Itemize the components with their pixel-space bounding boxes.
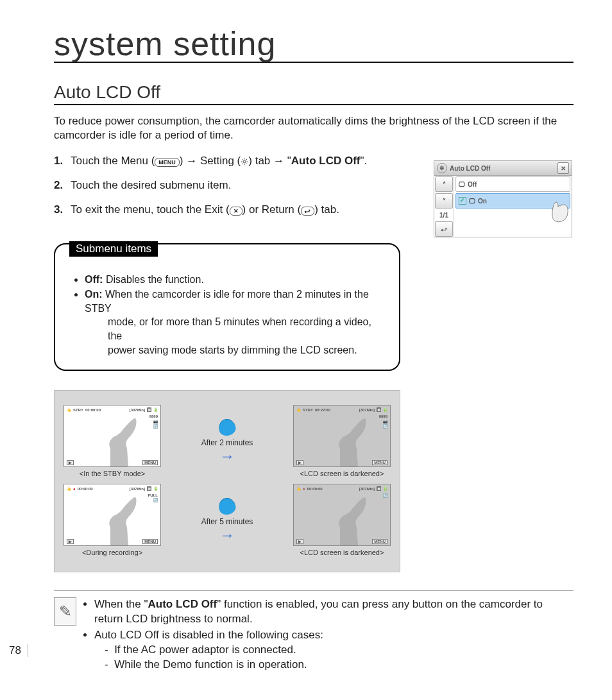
transition-icon <box>217 496 237 516</box>
page-number: 78 <box>9 644 28 657</box>
close-icon[interactable]: ✕ <box>557 162 569 174</box>
note-1: When the "Auto LCD Off" function is enab… <box>94 597 574 627</box>
chapter-title: system setting <box>54 27 574 63</box>
check-icon: ✓ <box>459 197 466 205</box>
svg-line-6 <box>246 163 248 164</box>
note-icon: ✎ <box>54 597 76 626</box>
gear-icon <box>241 158 248 166</box>
lcd-menu-diagram: ✲ Auto LCD Off ✕ ˄ ˅ 1/1 ⮐ 🖵 Off ✓ 🖵 On <box>434 160 572 237</box>
lcd-icon: 🖵 <box>459 181 465 188</box>
note-2: Auto LCD Off is disabled in the followin… <box>94 628 574 672</box>
return-button[interactable]: ⮐ <box>435 221 453 237</box>
screen-dark-2: 👆●00:00:00[307Min]🔲🔋 🔄 ▶ MENU <box>293 484 391 546</box>
section-title: Auto LCD Off <box>54 82 574 105</box>
lcd-icon: 🖵 <box>469 198 475 205</box>
page-indicator: 1/1 <box>434 209 454 221</box>
return-icon: ⮐ <box>301 207 314 216</box>
caption-rec: <During recording> <box>82 549 142 556</box>
lcd-menu-title: Auto LCD Off <box>450 165 557 172</box>
arrow-icon: → <box>219 527 235 543</box>
after-5-label: After 5 minutes <box>201 517 253 526</box>
submenu-item-on: On: When the camcorder is idle for more … <box>85 287 387 357</box>
arrow-icon: → <box>273 155 284 167</box>
svg-line-5 <box>242 159 243 160</box>
note-list: When the "Auto LCD Off" function is enab… <box>84 597 574 674</box>
down-button[interactable]: ˅ <box>435 193 453 209</box>
screen-stby: 👆STBY00:00:00[307Min]🔲🔋 9999📷🔄 ▶ MENU <box>64 405 161 467</box>
transition-icon <box>217 417 237 438</box>
caption-stby: <In the STBY mode> <box>80 470 146 477</box>
svg-line-7 <box>242 163 243 164</box>
screens-panel: 👆STBY00:00:00[307Min]🔲🔋 9999📷🔄 ▶ MENU <I… <box>54 390 400 572</box>
caption-dark-2: <LCD screen is darkened> <box>300 549 384 556</box>
submenu-box: Submenu items Off: Disables the function… <box>54 243 400 371</box>
menu-item-off[interactable]: 🖵 Off <box>455 176 570 192</box>
submenu-heading: Submenu items <box>69 241 158 257</box>
intro-paragraph: To reduce power consumption, the camcord… <box>54 114 574 142</box>
svg-line-8 <box>246 159 248 160</box>
screen-rec: 👆●00:00:00[307Min]🔲🔋 FULL🔄 ▶ MENU <box>64 484 161 546</box>
up-button[interactable]: ˄ <box>435 176 453 192</box>
arrow-icon: → <box>186 155 197 167</box>
after-2-label: After 2 minutes <box>201 438 253 447</box>
svg-point-0 <box>243 160 246 163</box>
submenu-item-off: Off: Disables the function. <box>85 273 387 287</box>
arrow-icon: → <box>219 448 235 464</box>
screen-dark-1: 👆STBY00:22:00[307Min]🔲🔋 9999📷🔄 ▶ MENU <box>293 405 391 467</box>
gear-icon: ✲ <box>437 163 447 173</box>
menu-icon: MENU <box>155 158 180 167</box>
step1-text: Touch the Menu ( <box>71 155 155 167</box>
menu-item-on[interactable]: ✓ 🖵 On <box>455 193 570 209</box>
exit-icon: ✕ <box>230 207 242 216</box>
caption-dark-1: <LCD screen is darkened> <box>300 470 384 477</box>
